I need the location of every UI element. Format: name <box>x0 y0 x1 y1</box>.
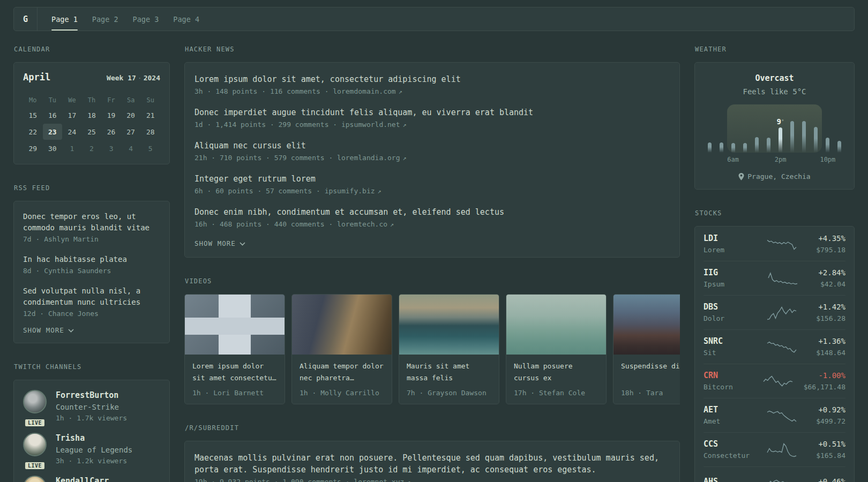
video-thumbnail <box>292 295 392 355</box>
nav-tab-page-2[interactable]: Page 2 <box>92 7 118 31</box>
video-card[interactable]: Lorem ipsum dolor sit amet consectetu…1h… <box>184 294 285 404</box>
stock-price: $499.72 <box>816 417 845 425</box>
feed-story-meta: 16h · 468 points · 440 comments · loremt… <box>194 220 670 228</box>
calendar-weekday: Fr <box>101 93 121 107</box>
nav-tab-page-4[interactable]: Page 4 <box>173 7 199 31</box>
stock-row[interactable]: AETAmet+0.92%$499.72 <box>704 398 845 432</box>
calendar-day: 16 <box>43 107 63 123</box>
feed-story-domain-link[interactable]: loremdomain.com <box>333 87 395 95</box>
external-link-icon: ↗ <box>390 221 394 228</box>
feed-story-title[interactable]: Integer eget rutrum lorem <box>194 173 670 185</box>
rss-card: Donec tempor eros leo, ut commodo mauris… <box>13 201 170 343</box>
avatar <box>23 476 47 482</box>
video-meta: 7h · Grayson Dawson <box>407 389 491 397</box>
calendar-weekday: Sa <box>121 93 141 107</box>
calendar-day: 24 <box>62 124 82 140</box>
feed-story-meta: 1d · 1,414 points · 299 comments · ipsum… <box>194 120 670 129</box>
rss-item-meta: 8d · Cynthia Saunders <box>23 267 160 275</box>
video-title: Suspendisse diam <box>621 360 680 384</box>
video-card[interactable]: Nullam posuere cursus ex17h · Stefan Col… <box>506 294 607 404</box>
calendar-day: 20 <box>121 107 141 123</box>
weather-location-text: Prague, Czechia <box>747 172 810 180</box>
stock-row[interactable]: DBSDolor+1.42%$156.28 <box>704 295 845 329</box>
calendar-month: April <box>23 72 50 82</box>
stock-sparkline <box>762 372 794 390</box>
section-header: HACKER NEWS <box>184 46 680 53</box>
stock-row[interactable]: SNRCSit+1.36%$148.64 <box>704 329 845 364</box>
app-logo[interactable]: G <box>14 7 38 31</box>
video-meta: 1h · Lori Barnett <box>192 389 277 397</box>
feed-story-title[interactable]: Aliquam nec cursus elit <box>194 140 670 152</box>
section-header: TWITCH CHANNELS <box>13 363 170 371</box>
feed-story-domain-link[interactable]: ipsumify.biz <box>325 187 375 195</box>
stock-row[interactable]: AHS+0.46% <box>704 466 845 482</box>
feed-story-domain-link[interactable]: loremnet.xyz <box>354 478 404 482</box>
weather-bar-slot <box>727 104 739 153</box>
stock-row[interactable]: CCSConsectetur+0.51%$165.84 <box>704 432 845 466</box>
stock-right: -1.00%$66,171.48 <box>804 371 845 391</box>
video-card[interactable]: Suspendisse diam18h · Tara <box>613 294 680 404</box>
stock-change: +0.92% <box>816 405 845 415</box>
stock-row[interactable]: CRNBitcorn-1.00%$66,171.48 <box>704 364 845 398</box>
section-calendar: CALENDAR April Week 17·2024 MoTuWeThFrSa… <box>13 46 170 164</box>
nav-tab-page-1[interactable]: Page 1 <box>51 7 78 31</box>
calendar-weekday: Th <box>82 93 102 107</box>
stock-change: +1.42% <box>816 302 845 312</box>
calendar-day: 29 <box>23 140 43 156</box>
calendar-day: 1 <box>62 140 82 156</box>
calendar-day: 17 <box>62 107 82 123</box>
weather-feels-like: Feels like 5°C <box>704 87 845 96</box>
video-meta: 18h · Tara <box>621 389 680 397</box>
stock-left: CCSConsectetur <box>704 439 757 460</box>
calendar-day: 27 <box>121 124 141 140</box>
video-title: Nullam posuere cursus ex <box>514 360 598 384</box>
rss-item-meta: 12d · Chance Jones <box>23 310 160 318</box>
calendar-top: April Week 17·2024 <box>23 72 160 82</box>
video-card[interactable]: Aliquam tempor dolor nec pharetra…1h · M… <box>291 294 392 404</box>
feed-story-meta: 6h · 60 points · 57 comments · ipsumify.… <box>194 187 670 195</box>
feed-story-domain-link[interactable]: loremtech.co <box>337 220 387 228</box>
feed-story-title[interactable]: Lorem ipsum dolor sit amet, consectetur … <box>194 73 670 85</box>
twitch-channel-name: KendallCarr <box>56 476 109 482</box>
feed-story-title[interactable]: Donec enim nibh, condimentum et accumsan… <box>194 206 670 218</box>
feed-story-title[interactable]: Maecenas mollis pulvinar erat non posuer… <box>194 452 670 476</box>
weather-bar-slot <box>798 104 810 153</box>
external-link-icon: ↗ <box>378 187 381 195</box>
external-link-icon: ↗ <box>399 88 402 95</box>
video-title: Aliquam tempor dolor nec pharetra… <box>300 360 384 384</box>
weather-bar-slot <box>787 104 798 153</box>
feed-story: Integer eget rutrum lorem6h · 60 points … <box>194 173 670 195</box>
stock-ticker: AHS <box>704 477 757 482</box>
stock-sparkline <box>766 235 797 253</box>
weather-bar-slot <box>739 104 751 153</box>
rss-item-title[interactable]: Sed volutpat nulla nisl, a condimentum n… <box>23 285 160 308</box>
rss-item-title[interactable]: Donec tempor eros leo, ut commodo mauris… <box>23 211 160 234</box>
weather-card: Overcast Feels like 5°C 9° 6am2pm10pm Pr… <box>694 62 855 190</box>
calendar-day: 18 <box>82 107 102 123</box>
feed-story-domain-link[interactable]: loremlandia.org <box>337 154 400 162</box>
rss-item-title[interactable]: In hac habitasse platea <box>23 254 160 265</box>
section-header: /R/SUBREDDIT <box>184 424 680 432</box>
calendar-week: Week 17 <box>107 74 136 82</box>
dashboard-page: G Page 1Page 2Page 3Page 4 CALENDAR Apri… <box>0 0 868 482</box>
feed-story-domain-link[interactable]: ipsumworld.net <box>341 120 400 129</box>
stock-change: +2.84% <box>818 268 845 278</box>
calendar-day: 4 <box>121 140 141 156</box>
feed-story-title[interactable]: Donec imperdiet augue tincidunt felis al… <box>194 107 670 118</box>
twitch-channel[interactable]: LIVEForrestBurtonCounter-Strike1h · 1.7k… <box>23 390 160 424</box>
hackernews-card: Lorem ipsum dolor sit amet, consectetur … <box>184 62 680 258</box>
rss-show-more-button[interactable]: SHOW MORE <box>23 326 160 334</box>
stock-row[interactable]: LDILorem+4.35%$795.18 <box>704 227 845 261</box>
video-card-body: Suspendisse diam18h · Tara <box>613 355 680 404</box>
weather-time-label: 2pm <box>775 156 787 163</box>
video-card[interactable]: Mauris sit amet massa felis7h · Grayson … <box>399 294 499 404</box>
weather-time-labels: 6am2pm10pm <box>704 156 845 164</box>
calendar-day: 2 <box>82 140 102 156</box>
nav-tab-page-3[interactable]: Page 3 <box>133 7 159 31</box>
twitch-list: LIVEForrestBurtonCounter-Strike1h · 1.7k… <box>23 390 160 482</box>
twitch-channel[interactable]: LIVEKendallCarr <box>23 476 160 482</box>
twitch-channel[interactable]: LIVETrishaLeague of Legends3h · 1.2k vie… <box>23 433 160 466</box>
hackernews-show-more-button[interactable]: SHOW MORE <box>194 239 670 247</box>
stock-row[interactable]: IIGIpsum+2.84%$42.04 <box>704 261 845 295</box>
stock-change: -1.00% <box>804 371 845 381</box>
